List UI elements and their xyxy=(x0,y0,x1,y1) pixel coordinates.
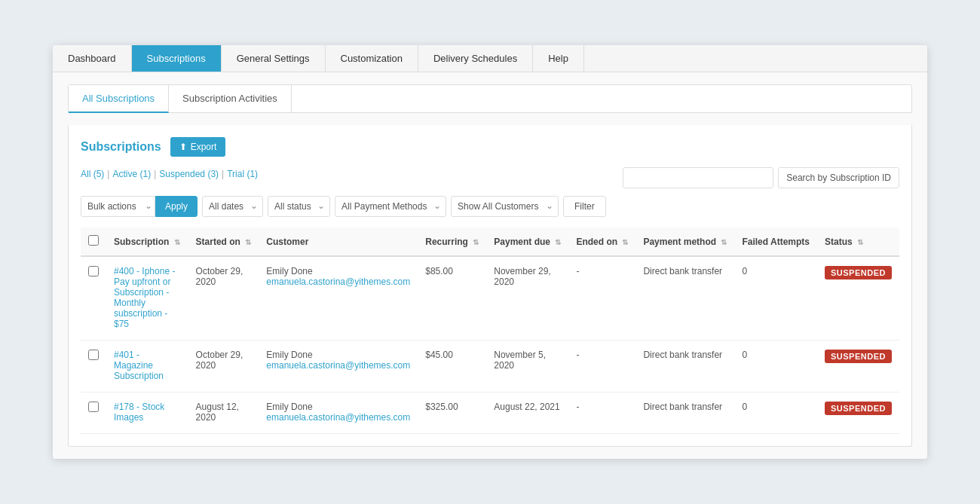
cell-customer-1: Emily Done emanuela.castorina@yithemes.c… xyxy=(259,341,418,393)
filter-trial[interactable]: Trial (1) xyxy=(227,169,258,179)
export-button[interactable]: ⬆ Export xyxy=(170,137,226,157)
payment-methods-select[interactable]: All Payment Methods xyxy=(335,196,446,217)
customers-select[interactable]: Show All Customers xyxy=(451,196,559,217)
table-row: #400 - Iphone - Pay upfront or Subscript… xyxy=(81,256,899,341)
cell-payment-method-1: Direct bank transfer xyxy=(635,341,734,393)
filter-active[interactable]: Active (1) xyxy=(112,169,151,179)
customer-name-1: Emily Done xyxy=(266,350,312,360)
filter-suspended[interactable]: Suspended (3) xyxy=(159,169,219,179)
table-container: Subscription ⇅ Started on ⇅ Customer xyxy=(81,228,899,434)
cell-payment-due-2: August 22, 2021 xyxy=(486,393,568,434)
row-checkbox-cell xyxy=(81,341,106,393)
started-on-sort-icon[interactable]: ⇅ xyxy=(245,238,251,246)
row-checkbox-1[interactable] xyxy=(88,350,99,360)
nav-item-general-settings[interactable]: General Settings xyxy=(222,45,326,72)
top-nav: DashboardSubscriptionsGeneral SettingsCu… xyxy=(53,45,927,72)
status-badge-0: SUSPENDED xyxy=(825,266,892,279)
cell-started-on-2: August 12, 2020 xyxy=(188,393,259,434)
cell-status-2: SUSPENDED xyxy=(817,393,899,434)
col-payment-due: Payment due ⇅ xyxy=(486,228,568,256)
search-area: Search by Subscription ID xyxy=(623,167,899,188)
cell-customer-2: Emily Done emanuela.castorina@yithemes.c… xyxy=(259,393,418,434)
cell-subscription-0: #400 - Iphone - Pay upfront or Subscript… xyxy=(106,256,188,341)
main-container: DashboardSubscriptionsGeneral SettingsCu… xyxy=(53,45,927,459)
row-checkbox-2[interactable] xyxy=(88,402,99,412)
ended-on-sort-icon[interactable]: ⇅ xyxy=(622,238,628,246)
cell-payment-method-2: Direct bank transfer xyxy=(635,393,734,434)
nav-item-dashboard[interactable]: Dashboard xyxy=(53,45,132,72)
table-row: #401 - Magazine Subscription October 29,… xyxy=(81,341,899,393)
filter-button[interactable]: Filter xyxy=(563,196,606,217)
nav-item-customization[interactable]: Customization xyxy=(326,45,418,72)
section-header: Subscriptions ⬆ Export xyxy=(81,137,899,157)
cell-started-on-1: October 29, 2020 xyxy=(188,341,259,393)
status-sort-icon[interactable]: ⇅ xyxy=(857,238,863,246)
search-subscription-id-button[interactable]: Search by Subscription ID xyxy=(778,167,899,188)
cell-recurring-1: $45.00 xyxy=(418,341,486,393)
row-checkbox-cell xyxy=(81,256,106,341)
recurring-sort-icon[interactable]: ⇅ xyxy=(473,238,479,246)
cell-status-0: SUSPENDED xyxy=(817,256,899,341)
customer-email-2[interactable]: emanuela.castorina@yithemes.com xyxy=(266,412,410,423)
bulk-actions-select[interactable]: Bulk actions xyxy=(81,196,155,217)
export-label: Export xyxy=(191,142,217,152)
cell-started-on-0: October 29, 2020 xyxy=(188,256,259,341)
cell-ended-on-1: - xyxy=(568,341,635,393)
cell-customer-0: Emily Done emanuela.castorina@yithemes.c… xyxy=(259,256,418,341)
filters-top-row: All (5) | Active (1) | Suspended (3) | T… xyxy=(81,167,899,188)
col-subscription: Subscription ⇅ xyxy=(106,228,188,256)
bulk-actions-wrapper: Bulk actions Apply xyxy=(81,196,198,217)
sub-tabs: All SubscriptionsSubscription Activities xyxy=(68,84,912,113)
payment-method-sort-icon[interactable]: ⇅ xyxy=(721,238,727,246)
status-badge-2: SUSPENDED xyxy=(825,402,892,415)
payment-methods-select-wrapper: All Payment Methods xyxy=(335,196,446,217)
search-input[interactable] xyxy=(623,167,773,188)
customer-email-1[interactable]: emanuela.castorina@yithemes.com xyxy=(266,360,410,371)
cell-payment-due-0: November 29, 2020 xyxy=(486,256,568,341)
cell-ended-on-0: - xyxy=(568,256,635,341)
page-title: Subscriptions xyxy=(81,140,161,154)
dates-select-wrapper: All dates xyxy=(202,196,263,217)
nav-item-delivery-schedules[interactable]: Delivery Schedules xyxy=(418,45,533,72)
apply-button[interactable]: Apply xyxy=(155,196,198,217)
col-payment-method: Payment method ⇅ xyxy=(635,228,734,256)
select-all-checkbox[interactable] xyxy=(88,235,99,246)
cell-status-1: SUSPENDED xyxy=(817,341,899,393)
customer-name-0: Emily Done xyxy=(266,266,312,276)
cell-failed-attempts-1: 0 xyxy=(734,341,817,393)
customers-select-wrapper: Show All Customers xyxy=(451,196,559,217)
status-select-wrapper: All status xyxy=(268,196,330,217)
filter-links: All (5) | Active (1) | Suspended (3) | T… xyxy=(81,169,258,179)
filters-row: Bulk actions Apply All dates All status xyxy=(81,196,899,217)
subscription-link-0[interactable]: #400 - Iphone - Pay upfront or Subscript… xyxy=(114,266,181,329)
col-status: Status ⇅ xyxy=(817,228,899,256)
col-failed-attempts: Failed Attempts xyxy=(734,228,817,256)
status-select[interactable]: All status xyxy=(268,196,330,217)
cell-failed-attempts-2: 0 xyxy=(734,393,817,434)
subscription-link-2[interactable]: #178 - Stock Images xyxy=(114,402,181,423)
cell-recurring-2: $325.00 xyxy=(418,393,486,434)
subscription-sort-icon[interactable]: ⇅ xyxy=(174,238,180,246)
sub-tab-all-subscriptions[interactable]: All Subscriptions xyxy=(69,85,169,113)
subscription-link-1[interactable]: #401 - Magazine Subscription xyxy=(114,350,181,381)
export-icon: ⬆ xyxy=(179,142,187,152)
row-checkbox-cell xyxy=(81,393,106,434)
cell-ended-on-2: - xyxy=(568,393,635,434)
filter-all[interactable]: All (5) xyxy=(81,169,104,179)
row-checkbox-0[interactable] xyxy=(88,266,99,276)
nav-item-help[interactable]: Help xyxy=(533,45,584,72)
col-customer: Customer xyxy=(259,228,418,256)
customer-name-2: Emily Done xyxy=(266,402,312,412)
dates-select[interactable]: All dates xyxy=(202,196,263,217)
cell-payment-method-0: Direct bank transfer xyxy=(635,256,734,341)
table-header-row: Subscription ⇅ Started on ⇅ Customer xyxy=(81,228,899,256)
subscriptions-table: Subscription ⇅ Started on ⇅ Customer xyxy=(81,228,899,434)
customer-email-0[interactable]: emanuela.castorina@yithemes.com xyxy=(266,276,410,287)
payment-due-sort-icon[interactable]: ⇅ xyxy=(555,238,561,246)
sub-tab-subscription-activities[interactable]: Subscription Activities xyxy=(169,85,292,112)
col-recurring: Recurring ⇅ xyxy=(418,228,486,256)
cell-payment-due-1: November 5, 2020 xyxy=(486,341,568,393)
nav-item-subscriptions[interactable]: Subscriptions xyxy=(132,45,222,72)
cell-subscription-1: #401 - Magazine Subscription xyxy=(106,341,188,393)
table-row: #178 - Stock Images August 12, 2020 Emil… xyxy=(81,393,899,434)
